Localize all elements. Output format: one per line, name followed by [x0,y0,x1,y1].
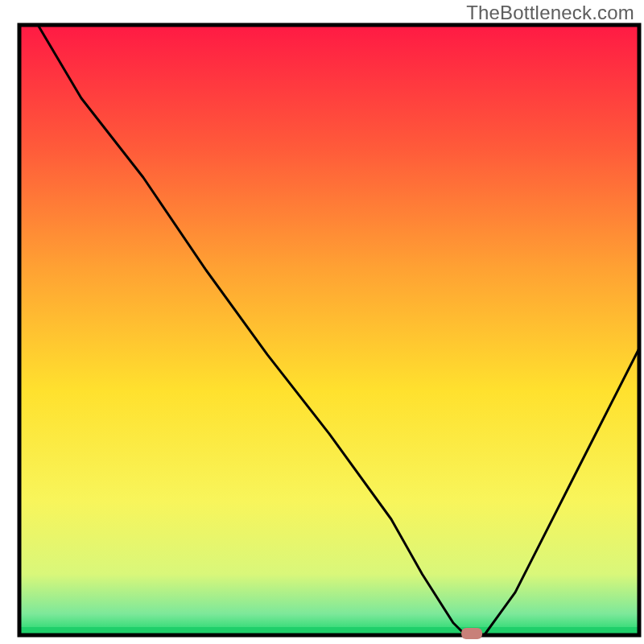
watermark-text: TheBottleneck.com [466,2,634,24]
bottleneck-chart [0,0,644,644]
target-marker [461,628,482,639]
chart-container: TheBottleneck.com [0,0,644,644]
plot-background [19,25,639,635]
